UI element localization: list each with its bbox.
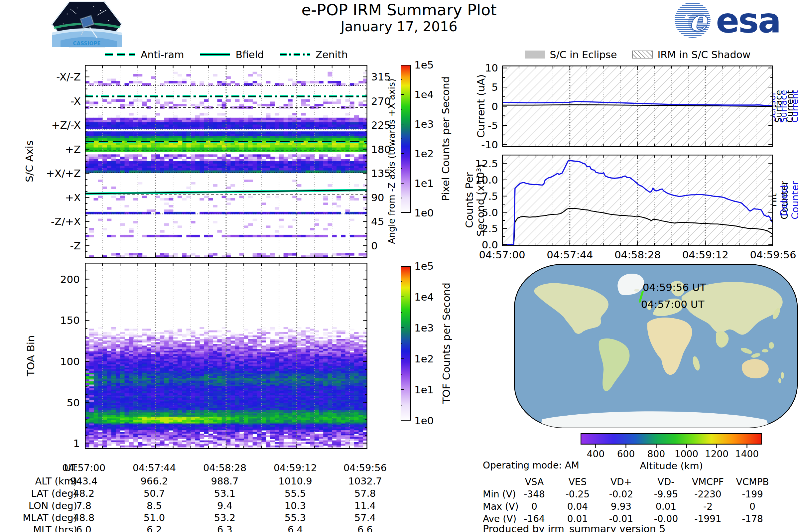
counts-tick-label: 2.5 xyxy=(461,223,498,234)
sc-axis-tick-label: -X/-Z xyxy=(9,71,81,83)
voltage-column-header: VD+ xyxy=(596,476,646,488)
voltage-value: -164 xyxy=(509,513,559,525)
angle-tick-label: 0 xyxy=(371,240,398,252)
summary-plot-page: CASSIOPE e-POP IRM Summary Plot January … xyxy=(0,0,798,532)
voltage-value: -348 xyxy=(509,489,559,500)
ephemeris-value: 48.2 xyxy=(52,488,115,499)
voltage-value: -199 xyxy=(727,489,777,500)
ephemeris-value: 988.7 xyxy=(193,475,256,487)
legend-item-shadow: IRM in S/C Shadow xyxy=(632,49,750,60)
ephemeris-value: 55.3 xyxy=(264,512,327,524)
altitude-tick-label: 1200 xyxy=(700,448,734,460)
voltage-value: -2 xyxy=(683,501,733,513)
esa-globe-icon: e xyxy=(674,2,710,38)
legend-label: IRM in S/C Shadow xyxy=(657,49,750,60)
voltage-value: 0.04 xyxy=(553,501,603,513)
esa-logo-text: esa xyxy=(716,1,780,41)
legend-item-eclipse: S/C in Eclipse xyxy=(525,49,617,60)
track-start-time-label: 04:57:00 UT xyxy=(641,298,705,310)
voltage-value: -0.01 xyxy=(596,513,646,525)
anti-ram-line-icon xyxy=(104,52,136,58)
ephemeris-value: 55.5 xyxy=(264,488,327,499)
ephemeris-value: 04:59:12 xyxy=(264,462,327,474)
ephemeris-value: 04:58:28 xyxy=(193,462,256,474)
voltage-column-header: VES xyxy=(553,476,603,488)
ephemeris-value: 8.5 xyxy=(123,500,186,512)
ephemeris-value: 6.3 xyxy=(193,524,256,532)
ephemeris-value: 1032.7 xyxy=(334,475,397,487)
tof-colorbar-tick-label: 1e0 xyxy=(414,415,441,426)
current-tick-label: -10 xyxy=(465,139,498,151)
voltage-column-header: VSA xyxy=(509,476,559,488)
pixel-colorbar-tick-label: 1e0 xyxy=(414,207,441,219)
time-tick-label: 04:58:28 xyxy=(606,249,669,261)
pixel-colorbar-tick-label: 1e2 xyxy=(414,148,441,159)
esa-logo: e esa xyxy=(673,1,796,41)
ephemeris-value: 57.4 xyxy=(334,512,397,524)
current-tick-label: -5 xyxy=(465,119,498,131)
ephemeris-value: 51.0 xyxy=(123,512,186,524)
time-tick-label: 04:57:44 xyxy=(538,249,602,261)
voltage-column-header: VCMPB xyxy=(727,476,777,488)
counts-tick-label: 10.0 xyxy=(461,174,498,186)
altitude-tick-label: 1000 xyxy=(670,448,703,460)
voltage-value: -0.25 xyxy=(553,489,603,500)
voltage-value: -178 xyxy=(727,513,777,525)
altitude-tick-label: 600 xyxy=(609,448,643,460)
sc-axis-spectrogram-canvas xyxy=(85,65,367,258)
ephemeris-value: 7.8 xyxy=(52,500,115,512)
time-tick-label: 04:59:12 xyxy=(673,249,737,261)
current-tick-label: 0 xyxy=(465,100,498,112)
toa-tick-label: 50 xyxy=(33,397,80,408)
ephemeris-value: 04:57:44 xyxy=(123,462,186,474)
direction-legend: Anti-ram Bfield Zenith xyxy=(85,49,367,60)
voltage-value: 0.01 xyxy=(553,513,603,525)
tof-colorbar-tick-label: 1e4 xyxy=(414,291,441,303)
ephemeris-value: 57.8 xyxy=(334,488,397,499)
shadow-hatch-swatch-icon xyxy=(632,51,653,58)
pixel-colorbar-tick-label: 1e1 xyxy=(414,177,441,189)
toa-tick-label: 150 xyxy=(33,314,80,326)
tof-colorbar-tick-label: 1e1 xyxy=(414,384,441,396)
ground-track-map: 04:59:56 UT 04:57:00 UT xyxy=(514,264,798,429)
altitude-tick-label: 800 xyxy=(640,448,673,460)
svg-text:e: e xyxy=(689,4,708,37)
shadow-legend: S/C in Eclipse IRM in S/C Shadow xyxy=(502,49,773,60)
angle-tick-label: 135 xyxy=(371,167,398,179)
voltage-value: 0 xyxy=(509,501,559,513)
ephemeris-value: 04:59:56 xyxy=(334,462,397,474)
voltage-value: -2230 xyxy=(683,489,733,500)
page-title: e-POP IRM Summary Plot xyxy=(233,1,565,19)
ephemeris-value: 1010.9 xyxy=(264,475,327,487)
voltage-value: 9.93 xyxy=(596,501,646,513)
tof-colorbar-tick-label: 1e3 xyxy=(414,322,441,334)
tof-colorbar-tick-label: 1e2 xyxy=(414,353,441,365)
legend-label: Bfield xyxy=(235,49,264,60)
ephemeris-value: 04:57:00 xyxy=(52,462,115,474)
voltage-value: -1991 xyxy=(683,513,733,525)
sc-axis-tick-label: -X xyxy=(9,95,81,107)
zenith-line-icon xyxy=(279,52,311,58)
ephemeris-value: 11.4 xyxy=(334,500,397,512)
time-tick-label: 04:59:56 xyxy=(741,249,798,261)
angle-tick-label: 45 xyxy=(371,215,398,227)
voltage-column-header: VMCPF xyxy=(683,476,733,488)
ephemeris-value: 966.2 xyxy=(123,475,186,487)
detect-counter-label: Detect Counter xyxy=(778,181,798,220)
toa-spectrogram-canvas xyxy=(85,263,367,449)
page-date: January 17, 2016 xyxy=(233,19,565,35)
legend-label: Anti-ram xyxy=(141,49,184,60)
counts-tick-label: 5.0 xyxy=(461,207,498,218)
sensor-current-plot-canvas xyxy=(502,65,773,147)
time-tick-label: 04:57:00 xyxy=(471,249,534,261)
toa-tick-label: 200 xyxy=(33,273,80,285)
angle-tick-label: 315 xyxy=(371,71,398,83)
sc-axis-tick-label: -Z/+X xyxy=(9,215,81,227)
patch-title: CASSIOPE xyxy=(73,41,100,46)
legend-item-anti-ram: Anti-ram xyxy=(104,49,184,60)
altitude-tick-label: 400 xyxy=(579,448,612,460)
pixel-colorbar xyxy=(401,65,411,213)
angle-tick-label: 225 xyxy=(371,119,398,131)
sc-axis-tick-label: +X xyxy=(9,191,81,204)
sc-axis-tick-label: -Z xyxy=(9,240,81,252)
